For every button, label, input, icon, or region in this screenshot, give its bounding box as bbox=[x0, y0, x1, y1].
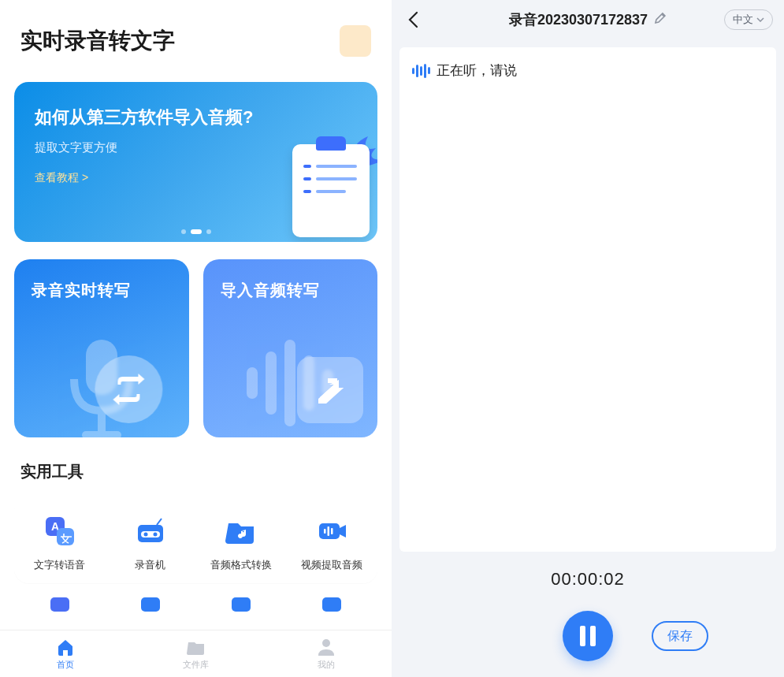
pencil-icon bbox=[654, 12, 667, 24]
svg-rect-19 bbox=[331, 528, 333, 534]
pause-icon bbox=[590, 626, 596, 646]
home-screen: 实时录音转文字 如何从第三方软件导入音频? 提取文字更方便 查看教程 > 录音实 bbox=[0, 0, 392, 677]
svg-rect-18 bbox=[328, 526, 330, 536]
language-label: 中文 bbox=[733, 13, 753, 27]
bottom-nav: 首页 文件库 我的 bbox=[0, 630, 392, 677]
folder-icon bbox=[186, 637, 206, 657]
card-title: 导入音频转写 bbox=[221, 280, 361, 301]
back-button[interactable] bbox=[403, 9, 423, 30]
save-label: 保存 bbox=[667, 628, 693, 645]
tool-text-to-speech[interactable]: A 文字转语音 bbox=[14, 514, 105, 572]
person-icon bbox=[316, 637, 336, 657]
listening-text: 正在听，请说 bbox=[437, 61, 517, 80]
svg-rect-21 bbox=[141, 597, 160, 612]
recording-timer: 00:00:02 bbox=[392, 569, 784, 590]
pause-button[interactable] bbox=[563, 611, 613, 661]
tools-section-title: 实用工具 bbox=[20, 461, 371, 482]
tool-label: 文字转语音 bbox=[34, 558, 85, 572]
chevron-down-icon bbox=[756, 17, 764, 22]
banner-question: 如何从第三方软件导入音频? bbox=[35, 106, 357, 129]
import-tutorial-banner[interactable]: 如何从第三方软件导入音频? 提取文字更方便 查看教程 > bbox=[14, 82, 377, 242]
banner-link[interactable]: 查看教程 > bbox=[35, 171, 88, 185]
tool-label: 录音机 bbox=[135, 558, 165, 572]
language-selector[interactable]: 中文 bbox=[724, 9, 773, 30]
svg-rect-5 bbox=[284, 340, 295, 426]
pause-icon bbox=[580, 626, 585, 646]
svg-rect-23 bbox=[322, 597, 341, 612]
edit-title-button[interactable] bbox=[654, 12, 667, 28]
tools-row-2-peek bbox=[14, 596, 377, 613]
nav-home[interactable]: 首页 bbox=[0, 631, 131, 677]
carousel-dots bbox=[181, 229, 211, 234]
recording-screen: 录音20230307172837 中文 正在听，请说 00:00:02 保存 bbox=[392, 0, 784, 677]
svg-rect-17 bbox=[324, 529, 326, 534]
tool-format-convert[interactable]: 音频格式转换 bbox=[196, 514, 287, 572]
download-arrow-icon bbox=[297, 357, 363, 423]
transcript-area: 正在听，请说 bbox=[399, 47, 776, 552]
nav-label: 我的 bbox=[318, 659, 335, 671]
recording-controls: 保存 bbox=[392, 608, 784, 664]
tool-label: 视频提取音频 bbox=[301, 558, 362, 572]
save-button[interactable]: 保存 bbox=[652, 621, 708, 651]
folder-music-icon bbox=[224, 514, 258, 549]
svg-point-13 bbox=[143, 533, 147, 537]
tool-label: 音频格式转换 bbox=[210, 558, 272, 572]
app-title: 实时录音转文字 bbox=[20, 26, 175, 56]
recording-title: 录音20230307172837 bbox=[509, 10, 648, 29]
tools-grid: A 文字转语音 录音机 音频格式转换 视频提取音频 bbox=[14, 497, 377, 583]
radio-icon bbox=[133, 514, 168, 549]
chevron-left-icon bbox=[407, 11, 418, 28]
nav-files[interactable]: 文件库 bbox=[131, 631, 262, 677]
nav-label: 首页 bbox=[57, 659, 74, 671]
svg-rect-2 bbox=[82, 431, 121, 437]
tool-video-extract[interactable]: 视频提取音频 bbox=[287, 514, 377, 572]
svg-line-15 bbox=[157, 519, 162, 525]
svg-rect-22 bbox=[232, 597, 251, 612]
card-import-transcribe[interactable]: 导入音频转写 bbox=[203, 259, 378, 437]
home-icon bbox=[55, 637, 76, 657]
svg-point-14 bbox=[153, 533, 157, 537]
svg-point-24 bbox=[322, 639, 330, 647]
app-title-row: 实时录音转文字 bbox=[0, 0, 392, 57]
nav-label: 文件库 bbox=[183, 659, 209, 671]
card-title: 录音实时转写 bbox=[32, 280, 172, 301]
translate-icon: A bbox=[43, 514, 77, 549]
svg-rect-3 bbox=[247, 367, 258, 399]
recording-header: 录音20230307172837 中文 bbox=[392, 0, 784, 39]
clipboard-illustration bbox=[292, 144, 370, 237]
svg-rect-20 bbox=[50, 597, 69, 612]
avatar[interactable] bbox=[340, 25, 371, 57]
loop-icon bbox=[95, 355, 162, 423]
tool-recorder[interactable]: 录音机 bbox=[105, 514, 195, 572]
svg-rect-4 bbox=[266, 352, 277, 415]
soundwave-icon bbox=[412, 64, 430, 78]
nav-profile[interactable]: 我的 bbox=[261, 631, 392, 677]
listening-indicator: 正在听，请说 bbox=[412, 61, 764, 80]
video-sound-icon bbox=[314, 514, 349, 549]
card-realtime-transcribe[interactable]: 录音实时转写 bbox=[14, 259, 189, 437]
